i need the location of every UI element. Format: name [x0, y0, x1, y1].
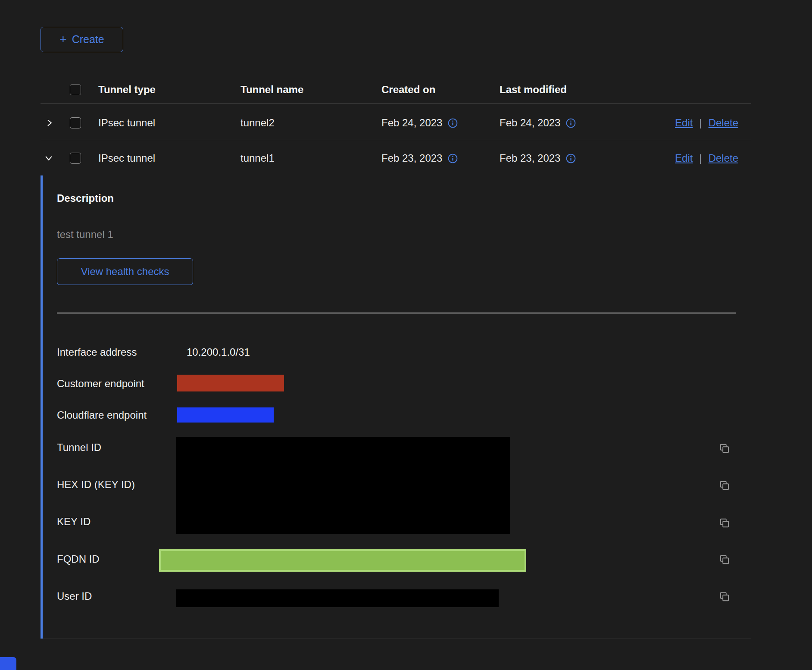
last-modified-cell: Feb 23, 2023: [500, 152, 576, 164]
delete-link[interactable]: Delete: [709, 117, 738, 129]
row-checkbox[interactable]: [70, 153, 81, 164]
copy-icon[interactable]: [719, 517, 731, 529]
last-modified-value: Feb 23, 2023: [500, 152, 560, 164]
fqdn-id-redacted: [159, 549, 526, 572]
copy-icon[interactable]: [719, 554, 731, 566]
row-divider: [41, 140, 751, 140]
created-on-value: Feb 23, 2023: [381, 152, 442, 164]
column-header-last-modified: Last modified: [500, 84, 567, 96]
column-header-created-on: Created on: [381, 84, 435, 96]
edit-link[interactable]: Edit: [675, 117, 693, 129]
field-label-cloudflare-endpoint: Cloudflare endpoint: [57, 409, 147, 421]
action-separator: |: [699, 152, 702, 164]
created-on-cell: Feb 24, 2023: [381, 117, 458, 129]
action-separator: |: [699, 117, 702, 129]
row-actions: Edit | Delete: [675, 117, 738, 129]
floating-button-partial[interactable]: [0, 657, 16, 670]
user-id-redacted: [176, 589, 499, 607]
cloudflare-endpoint-redacted: [177, 407, 274, 423]
field-label-customer-endpoint: Customer endpoint: [57, 378, 144, 390]
customer-endpoint-redacted: [177, 375, 284, 391]
edit-link[interactable]: Edit: [675, 152, 693, 164]
chevron-right-icon[interactable]: [45, 118, 54, 128]
field-label-interface-address: Interface address: [57, 346, 137, 358]
info-icon[interactable]: [566, 118, 576, 128]
header-divider: [41, 103, 751, 104]
field-label-fqdn-id: FQDN ID: [57, 553, 100, 565]
tunnels-page: + Create Tunnel type Tunnel name Created…: [0, 0, 812, 670]
tunnel-hex-key-id-redacted: [176, 437, 510, 534]
row-checkbox[interactable]: [70, 117, 81, 128]
field-label-tunnel-id: Tunnel ID: [57, 441, 101, 454]
interface-address-value: 10.200.1.0/31: [187, 346, 250, 358]
field-label-key-id: KEY ID: [57, 516, 91, 528]
plus-icon: +: [59, 33, 66, 45]
description-value: test tunnel 1: [57, 229, 113, 241]
row-actions: Edit | Delete: [675, 152, 738, 164]
delete-link[interactable]: Delete: [709, 152, 738, 164]
view-health-checks-button[interactable]: View health checks: [57, 258, 193, 285]
detail-divider: [57, 313, 736, 313]
created-on-value: Feb 24, 2023: [381, 117, 442, 129]
copy-icon[interactable]: [719, 591, 731, 603]
tunnel-type-cell: IPsec tunnel: [98, 152, 155, 164]
last-modified-value: Feb 24, 2023: [500, 117, 560, 129]
tunnel-name-cell: tunnel2: [240, 117, 275, 129]
tunnel-type-cell: IPsec tunnel: [98, 117, 155, 129]
tunnel-name-cell: tunnel1: [240, 152, 275, 164]
copy-icon[interactable]: [719, 479, 731, 492]
column-header-tunnel-type: Tunnel type: [98, 84, 156, 96]
info-icon[interactable]: [448, 118, 458, 128]
description-label: Description: [57, 192, 114, 204]
field-label-hex-id: HEX ID (KEY ID): [57, 479, 135, 491]
last-modified-cell: Feb 24, 2023: [500, 117, 576, 129]
create-button-label: Create: [72, 33, 104, 46]
copy-icon[interactable]: [719, 442, 731, 454]
select-all-checkbox[interactable]: [70, 84, 81, 95]
field-label-user-id: User ID: [57, 590, 92, 602]
column-header-tunnel-name: Tunnel name: [240, 84, 303, 96]
info-icon[interactable]: [566, 153, 576, 163]
create-button[interactable]: + Create: [41, 27, 123, 52]
info-icon[interactable]: [448, 153, 458, 163]
panel-bottom-divider: [41, 639, 751, 639]
created-on-cell: Feb 23, 2023: [381, 152, 458, 164]
chevron-down-icon[interactable]: [44, 153, 53, 163]
expanded-panel-accent-bar: [41, 175, 43, 639]
